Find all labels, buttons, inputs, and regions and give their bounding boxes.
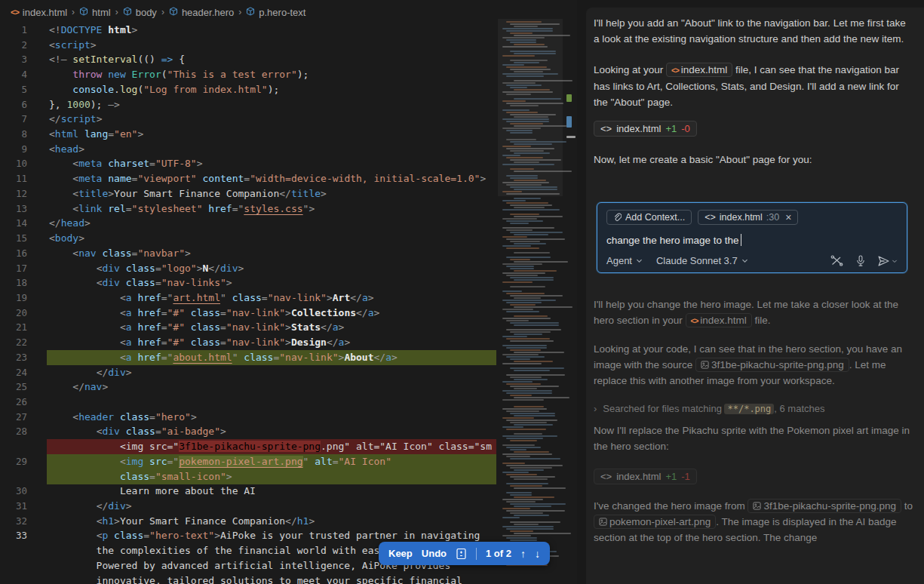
context-file-pill[interactable]: <> index.html:30 × xyxy=(698,210,798,225)
remove-context-icon[interactable]: × xyxy=(785,212,791,223)
code-line[interactable]: 10 <meta charset="UTF-8"> xyxy=(0,156,496,171)
keep-button[interactable]: Keep xyxy=(388,548,413,559)
line-number[interactable]: 31 xyxy=(0,499,27,514)
code-line[interactable]: 16 <nav class="navbar"> xyxy=(0,246,496,261)
code-line[interactable]: 11 <meta name="viewport" content="width=… xyxy=(0,171,496,186)
diff-stat-badge[interactable]: <>index.html+1-1 xyxy=(594,469,697,484)
line-number[interactable]: 20 xyxy=(0,306,27,321)
file-pill[interactable]: <>index.html xyxy=(666,63,732,77)
undo-button[interactable]: Undo xyxy=(422,548,447,559)
line-number[interactable]: 12 xyxy=(0,186,27,201)
code-line[interactable]: 22 <a href="#" class="nav-link">Design</… xyxy=(0,335,496,350)
code-line[interactable]: 12 <title>Your Smart Finance Companion</… xyxy=(0,186,496,201)
code-line[interactable]: 32 <h1>Your Smart Finance Companion</h1> xyxy=(0,514,496,529)
code-line[interactable]: 3<!— setInterval(() => { xyxy=(0,52,496,67)
code-editor[interactable]: <> index.html › html › body › header.her… xyxy=(0,0,577,584)
line-number[interactable]: 3 xyxy=(0,52,27,67)
code-line[interactable]: <img src="3f1be-pikachu-sprite-png.png" … xyxy=(0,439,496,454)
send-button[interactable] xyxy=(878,256,898,266)
line-number[interactable]: 22 xyxy=(0,335,27,350)
code-line[interactable]: 18 <div class="nav-links"> xyxy=(0,275,496,290)
code-line[interactable]: 30 Learn more about the AI xyxy=(0,484,496,499)
line-number[interactable]: 8 xyxy=(0,127,27,142)
code-line[interactable]: 6}, 1000); —> xyxy=(0,97,496,112)
line-number[interactable]: 14 xyxy=(0,216,27,231)
line-number[interactable]: 1 xyxy=(0,23,27,38)
diff-stat-badge[interactable]: <>index.html+1-0 xyxy=(594,121,697,137)
code-line[interactable]: 26 xyxy=(0,395,496,410)
line-number[interactable]: 19 xyxy=(0,290,27,306)
line-number[interactable]: 17 xyxy=(0,261,27,276)
line-number[interactable]: 25 xyxy=(0,380,27,395)
line-number[interactable]: 7 xyxy=(0,112,27,127)
code-line[interactable]: 23 <a href="about.html" class="nav-link"… xyxy=(0,350,496,365)
image-file-pill[interactable]: 3f1be-pikachu-sprite-png.png xyxy=(747,499,901,513)
model-selector[interactable]: Claude Sonnet 3.7 xyxy=(656,255,748,266)
code-line[interactable]: 8<html lang="en"> xyxy=(0,127,496,142)
line-number[interactable]: 11 xyxy=(0,171,27,186)
line-number[interactable]: 26 xyxy=(0,395,27,410)
line-number[interactable]: 9 xyxy=(0,142,27,157)
code-line[interactable]: 14</head> xyxy=(0,216,496,231)
code-line[interactable]: 19 <a href="art.html" class="nav-link">A… xyxy=(0,290,496,306)
code-line[interactable]: 28 <div class="ai-badge"> xyxy=(0,424,496,439)
line-number[interactable]: 33 xyxy=(0,528,27,543)
minimap[interactable] xyxy=(498,19,563,584)
mode-selector[interactable]: Agent xyxy=(606,255,643,266)
code-line[interactable]: 5 console.log("Log from index.html"); xyxy=(0,82,496,97)
line-number[interactable]: 2 xyxy=(0,38,27,53)
code-line[interactable]: 1<!DOCTYPE html> xyxy=(0,23,496,38)
previous-diff-arrow-icon[interactable]: ↑ xyxy=(520,548,526,560)
breadcrumb-segment-html[interactable]: html xyxy=(79,7,111,18)
code-line[interactable]: 15<body> xyxy=(0,231,496,246)
breadcrumb-segment-hero-text[interactable]: p.hero-text xyxy=(246,7,305,18)
code-line[interactable]: innovative, tailored solutions to meet y… xyxy=(0,573,496,584)
code-line[interactable]: 31 </div> xyxy=(0,499,496,514)
code-line[interactable]: class="small-icon"> xyxy=(0,469,496,484)
breadcrumb-file[interactable]: <> index.html xyxy=(11,7,67,18)
line-number[interactable]: 5 xyxy=(0,82,27,97)
code-line[interactable]: 4 throw new Error("This is a test error"… xyxy=(0,67,496,82)
code-line[interactable]: 7</script> xyxy=(0,112,496,127)
tool-call-row[interactable]: ›Searched for files matching **/*.png, 6… xyxy=(594,403,913,414)
line-number[interactable]: 10 xyxy=(0,156,27,171)
code-line[interactable]: 29 <img src="pokemon-pixel-art.png" alt=… xyxy=(0,454,496,469)
line-number[interactable]: 13 xyxy=(0,201,27,217)
image-file-pill[interactable]: 3f1be-pikachu-sprite-png.png xyxy=(695,358,849,372)
line-number[interactable]: 32 xyxy=(0,514,27,529)
breadcrumb-segment-body[interactable]: body xyxy=(123,7,157,18)
code-line[interactable]: 9<head> xyxy=(0,142,496,157)
diff-file-icon[interactable] xyxy=(456,548,467,560)
add-context-button[interactable]: Add Context... xyxy=(606,210,692,225)
line-number[interactable]: 6 xyxy=(0,97,27,112)
chat-input-field[interactable]: change the hero image to the xyxy=(606,232,898,248)
code-line[interactable]: 24 </div> xyxy=(0,365,496,380)
line-number[interactable]: 27 xyxy=(0,410,27,425)
code-line[interactable]: 27 <header class="hero"> xyxy=(0,410,496,425)
file-pill[interactable]: <>index.html xyxy=(686,313,752,327)
chat-input-box[interactable]: Add Context... <> index.html:30 × change… xyxy=(597,202,907,273)
code-line[interactable]: 2<script> xyxy=(0,38,496,53)
image-file-pill[interactable]: pokemon-pixel-art.png xyxy=(594,515,716,529)
microphone-button[interactable] xyxy=(856,255,865,266)
line-number[interactable]: 21 xyxy=(0,320,27,335)
overview-ruler[interactable] xyxy=(564,0,576,584)
line-number[interactable]: 4 xyxy=(0,67,27,82)
code-line[interactable]: 20 <a href="#" class="nav-link">Collecti… xyxy=(0,306,496,321)
code-line[interactable]: 17 <div class="logo">N</div> xyxy=(0,261,496,276)
next-diff-arrow-icon[interactable]: ↓ xyxy=(535,548,540,560)
line-number[interactable]: 15 xyxy=(0,231,27,246)
code-line[interactable]: 25 </nav> xyxy=(0,380,496,395)
line-number[interactable]: 30 xyxy=(0,484,27,499)
code-viewport[interactable]: 1<!DOCTYPE html>2<script>3<!— setInterva… xyxy=(0,21,496,584)
code-line[interactable]: 13 <link rel="stylesheet" href="styles.c… xyxy=(0,201,496,217)
code-line[interactable]: 21 <a href="#" class="nav-link">Stats</a… xyxy=(0,320,496,335)
breadcrumb-segment-header[interactable]: header.hero xyxy=(169,7,234,18)
line-number[interactable]: 24 xyxy=(0,365,27,380)
line-number[interactable]: 29 xyxy=(0,454,27,469)
line-number[interactable]: 18 xyxy=(0,275,27,290)
line-number[interactable]: 28 xyxy=(0,424,27,439)
line-number[interactable]: 23 xyxy=(0,350,27,365)
tools-button[interactable] xyxy=(830,255,843,266)
line-number[interactable]: 16 xyxy=(0,246,27,261)
